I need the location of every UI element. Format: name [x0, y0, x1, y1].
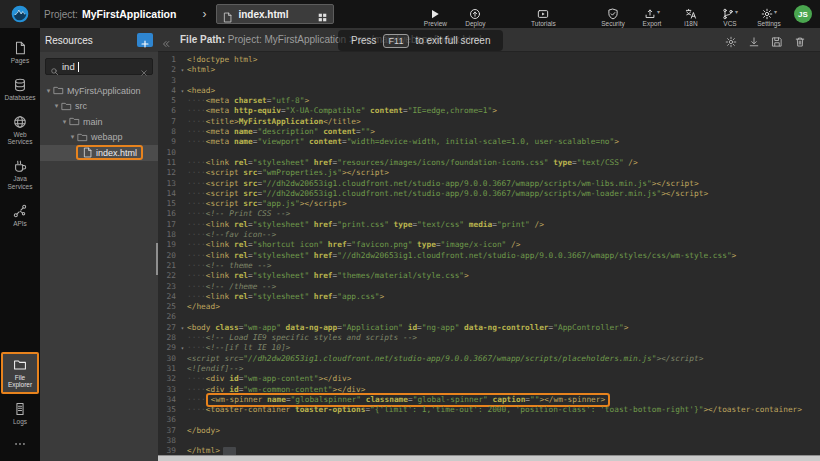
editor-horizontal-scrollbar[interactable] [158, 455, 820, 461]
line-number: 18 [158, 230, 178, 240]
sidebar-item-databases[interactable]: Databases [1, 72, 39, 107]
project-breadcrumb[interactable]: Project: MyFirstApplication [44, 8, 176, 20]
tree-item-webapp[interactable]: ▾webapp [40, 130, 158, 146]
sidebar-item-pages[interactable]: Pages [1, 35, 39, 70]
tree-item-myfirstapplication[interactable]: ▾MyFirstApplication [40, 83, 158, 99]
tree-item-label: MyFirstApplication [67, 86, 141, 96]
code-line-28[interactable]: 28····<!-- Load IE9 specific styles and … [158, 333, 820, 343]
code-line-31[interactable]: 31<![endif]--> [158, 364, 820, 374]
code-line-27[interactable]: 27▾<body class="wm-app" data-ng-app="App… [158, 323, 820, 333]
line-number: 6 [158, 106, 178, 116]
code-line-6[interactable]: 6····<meta http-equiv="X-UA-Compatible" … [158, 106, 820, 116]
code-line-24[interactable]: 24····<link rel="stylesheet" href="app.c… [158, 292, 820, 302]
fold-marker-icon[interactable]: ▾ [178, 65, 187, 75]
code-text: ····<meta name="description" content=""> [187, 127, 375, 137]
code-line-16[interactable]: 16····<!-- Print CSS --> [158, 209, 820, 219]
settings-gear-icon[interactable] [725, 34, 737, 46]
save-icon[interactable] [771, 34, 783, 46]
sidebar-item-more[interactable] [1, 433, 39, 459]
sidebar-item-file-explorer[interactable]: File Explorer [1, 352, 39, 395]
code-line-4[interactable]: 4▾<head> [158, 86, 820, 96]
download-icon[interactable] [748, 34, 760, 46]
file-icon [222, 9, 233, 20]
code-line-9[interactable]: 9····<meta name="viewport" content="widt… [158, 137, 820, 147]
vcs-label: VCS [723, 20, 736, 27]
deploy-button[interactable]: Deploy [460, 2, 490, 27]
code-area[interactable]: 1<!doctype html>2▾<html>34▾<head>5····<m… [158, 52, 820, 455]
tree-expand-chevron-icon[interactable]: ▾ [60, 118, 69, 126]
line-number: 39 [158, 446, 178, 455]
tutorials-button[interactable]: Tutorials [528, 2, 558, 27]
code-line-14[interactable]: 14····<script src="//dh2dw20653ig1.cloud… [158, 189, 820, 199]
tree-expand-chevron-icon[interactable]: ▾ [68, 133, 77, 141]
resources-search-input[interactable]: ind [45, 58, 153, 75]
code-line-26[interactable]: 26 [158, 312, 820, 322]
code-line-39[interactable]: 39</html> [158, 446, 820, 455]
code-text: </body> [187, 426, 220, 436]
collapse-panel-button[interactable] [158, 35, 174, 45]
code-line-13[interactable]: 13····<script src="//dh2dw20653ig1.cloud… [158, 179, 820, 189]
tree-file-entry[interactable]: index.html [76, 145, 143, 160]
i18n-button[interactable]: i18N [676, 2, 706, 27]
line-number: 22 [158, 271, 178, 281]
preview-button[interactable]: Preview [420, 2, 450, 27]
code-line-2[interactable]: 2▾<html> [158, 65, 820, 75]
line-number: 5 [158, 96, 178, 106]
app-logo[interactable] [0, 0, 40, 28]
add-resource-button[interactable] [137, 33, 153, 47]
resources-scrollbar[interactable] [156, 243, 158, 275]
code-line-5[interactable]: 5····<meta charset="utf-8"> [158, 96, 820, 106]
code-line-37[interactable]: 37</body> [158, 426, 820, 436]
file-tree: ▾MyFirstApplication▾src▾main▾webappindex… [40, 83, 158, 161]
clear-search-icon[interactable] [140, 63, 148, 71]
code-line-30[interactable]: 30<script src="//dh2dw20653ig1.cloudfron… [158, 354, 820, 364]
code-line-11[interactable]: 11····<link rel="stylesheet" href="resou… [158, 158, 820, 168]
tree-expand-chevron-icon[interactable]: ▾ [52, 102, 61, 110]
fold-marker-icon[interactable]: ▾ [178, 323, 187, 333]
sidebar-item-java-services[interactable]: Java Services [1, 153, 39, 196]
code-line-17[interactable]: 17····<link rel="stylesheet" href="print… [158, 220, 820, 230]
tree-item-src[interactable]: ▾src [40, 99, 158, 115]
code-line-18[interactable]: 18····<!--fav icon--> [158, 230, 820, 240]
chevron-right-icon[interactable]: › [202, 7, 206, 21]
code-line-7[interactable]: 7····<title>MyFirstApplication</title> [158, 117, 820, 127]
sidebar-item-logs[interactable]: Logs [1, 396, 39, 431]
code-line-19[interactable]: 19····<link rel="shortcut icon" href="fa… [158, 240, 820, 250]
code-line-38[interactable]: 38 [158, 436, 820, 446]
grid-icon[interactable] [317, 9, 328, 20]
fold-marker-icon[interactable]: ▾ [178, 343, 187, 353]
fold-marker-icon[interactable]: ▾ [178, 86, 187, 96]
tree-item-label: main [83, 117, 103, 127]
tree-item-index-html[interactable]: index.html [40, 145, 158, 161]
code-line-1[interactable]: 1<!doctype html> [158, 55, 820, 65]
tab-index-html[interactable]: index.html [216, 4, 334, 24]
code-line-3[interactable]: 3 [158, 76, 820, 86]
code-line-15[interactable]: 15····<script src="app.js"></script> [158, 199, 820, 209]
code-line-20[interactable]: 20····<link rel="stylesheet" href="//dh2… [158, 251, 820, 261]
code-line-29[interactable]: 29▾····<!--[if lt IE 10]> [158, 343, 820, 353]
code-line-10[interactable]: 10 [158, 148, 820, 158]
studio-app: Project: MyFirstApplication › index.html… [0, 0, 820, 461]
code-line-23[interactable]: 23····<!-- /theme --> [158, 282, 820, 292]
export-button[interactable]: ▾Export [637, 2, 667, 27]
code-line-36[interactable]: 36 [158, 415, 820, 425]
code-line-21[interactable]: 21····<!-- theme --> [158, 261, 820, 271]
code-line-25[interactable]: 25</head> [158, 302, 820, 312]
delete-icon[interactable] [794, 34, 806, 46]
security-button[interactable]: Security [598, 2, 628, 27]
code-line-22[interactable]: 22····<link rel="stylesheet" href="theme… [158, 271, 820, 281]
vcs-button[interactable]: ▾VCS [715, 2, 745, 27]
tree-item-main[interactable]: ▾main [40, 114, 158, 130]
sidebar-item-web-services[interactable]: Web Services [1, 109, 39, 152]
user-avatar[interactable]: JS [794, 5, 812, 23]
settings-button[interactable]: ▾Settings [754, 2, 784, 27]
line-number: 7 [158, 117, 178, 127]
code-line-34[interactable]: 34····<wm-spinner name="globalspinner" c… [158, 395, 820, 405]
sidebar-item-apis[interactable]: APIs [1, 198, 39, 233]
code-line-8[interactable]: 8····<meta name="description" content=""… [158, 127, 820, 137]
tree-expand-chevron-icon[interactable]: ▾ [44, 87, 53, 95]
code-line-35[interactable]: 35····<toaster-container toaster-options… [158, 405, 820, 415]
code-line-32[interactable]: 32····<div id="wm-app-content"></div> [158, 374, 820, 384]
code-line-12[interactable]: 12····<script src="wmProperties.js"></sc… [158, 168, 820, 178]
chevron-down-icon: ▾ [657, 9, 660, 15]
